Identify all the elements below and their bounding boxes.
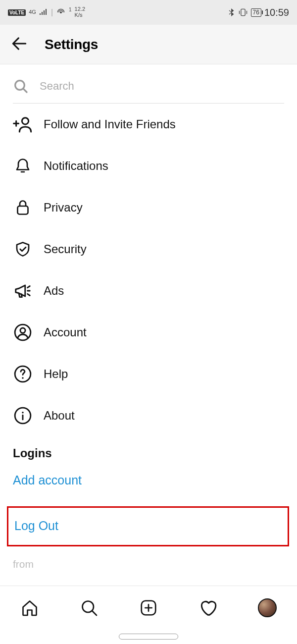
menu-label: Account xyxy=(44,325,87,339)
signal-type: 4G xyxy=(29,9,36,15)
avatar-icon xyxy=(258,598,277,617)
divider-icon: | xyxy=(51,8,53,17)
status-right: 76 10:59 xyxy=(228,7,289,18)
footer-from: from xyxy=(13,558,284,570)
account-icon xyxy=(13,322,33,342)
search-icon xyxy=(13,78,29,94)
svg-point-10 xyxy=(22,412,23,413)
log-out-highlight: Log Out xyxy=(7,506,289,546)
vibrate-icon xyxy=(238,8,248,17)
menu-privacy[interactable]: Privacy xyxy=(0,187,297,228)
shield-icon xyxy=(13,239,33,259)
hotspot-icon xyxy=(56,7,66,17)
home-icon xyxy=(21,599,39,617)
status-bar: VoLTE 4G | 1 12.2 K/s 76 10:59 xyxy=(0,0,297,25)
volte-badge: VoLTE xyxy=(8,9,26,16)
net-speed: 12.2 K/s xyxy=(75,6,85,18)
speed-unit: K/s xyxy=(75,12,83,18)
add-account-link[interactable]: Add account xyxy=(13,473,284,487)
log-out-link[interactable]: Log Out xyxy=(14,519,58,533)
menu-label: Follow and Invite Friends xyxy=(44,117,176,131)
menu-security[interactable]: Security xyxy=(0,228,297,270)
help-icon xyxy=(13,364,33,384)
nav-search[interactable] xyxy=(74,593,104,623)
hotspot-count: 1 xyxy=(69,7,72,12)
lock-icon xyxy=(13,198,33,217)
bell-icon xyxy=(13,156,33,176)
home-indicator[interactable] xyxy=(119,634,178,640)
menu-account[interactable]: Account xyxy=(0,312,297,353)
bottom-nav xyxy=(0,586,297,629)
home-indicator-area xyxy=(0,629,297,644)
menu-label: Privacy xyxy=(44,201,83,215)
follow-invite-icon xyxy=(13,114,33,134)
bluetooth-icon xyxy=(228,8,235,17)
clock: 10:59 xyxy=(264,7,289,18)
heart-icon xyxy=(198,598,217,617)
menu-help[interactable]: Help xyxy=(0,353,297,395)
page-title: Settings xyxy=(45,37,98,53)
signal-icon xyxy=(39,9,48,16)
back-arrow-icon xyxy=(10,34,29,53)
nav-new-post[interactable] xyxy=(134,593,163,623)
nav-activity[interactable] xyxy=(193,593,223,623)
menu-label: Notifications xyxy=(44,159,108,173)
plus-square-icon xyxy=(140,599,157,617)
menu-label: Security xyxy=(44,242,87,256)
battery-level: 76 xyxy=(253,9,259,16)
logins-section-title: Logins xyxy=(13,446,284,460)
back-button[interactable] xyxy=(10,34,29,55)
content: Follow and Invite Friends Notifications … xyxy=(0,64,297,586)
svg-rect-4 xyxy=(18,206,28,215)
battery-icon: 76 xyxy=(251,8,261,17)
menu-label: Help xyxy=(44,367,68,381)
search-row[interactable] xyxy=(13,78,284,104)
header: Settings xyxy=(0,25,297,64)
info-icon xyxy=(13,406,33,426)
status-left: VoLTE 4G | 1 12.2 K/s xyxy=(8,6,85,18)
menu-label: About xyxy=(44,409,75,423)
menu-about[interactable]: About xyxy=(0,395,297,436)
svg-point-6 xyxy=(20,328,25,333)
menu-follow-invite[interactable]: Follow and Invite Friends xyxy=(0,104,297,145)
svg-point-8 xyxy=(22,377,23,378)
menu-ads[interactable]: Ads xyxy=(0,270,297,312)
search-input[interactable] xyxy=(40,80,284,93)
nav-home[interactable] xyxy=(15,593,45,623)
nav-profile[interactable] xyxy=(252,593,282,623)
search-icon xyxy=(80,599,98,617)
svg-rect-1 xyxy=(241,9,245,15)
menu-label: Ads xyxy=(44,284,64,298)
svg-point-0 xyxy=(60,11,62,13)
menu-notifications[interactable]: Notifications xyxy=(0,145,297,187)
svg-point-3 xyxy=(22,118,28,124)
megaphone-icon xyxy=(13,281,33,301)
svg-point-11 xyxy=(83,601,94,612)
signal-4g: 4G xyxy=(29,9,36,15)
